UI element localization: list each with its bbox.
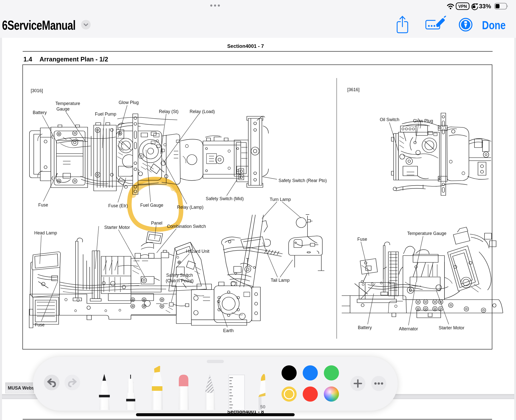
svg-text:Glow Plug: Glow Plug xyxy=(119,100,139,105)
svg-text:Head Lamp: Head Lamp xyxy=(34,230,57,235)
svg-text:Battery: Battery xyxy=(33,110,47,115)
svg-text:Oil Switch: Oil Switch xyxy=(380,117,399,122)
svg-text:Earth: Earth xyxy=(223,328,234,333)
svg-text:Fuse (Etr): Fuse (Etr) xyxy=(108,203,128,208)
svg-text:Fuse: Fuse xyxy=(35,322,45,327)
svg-text:Hazard Unit: Hazard Unit xyxy=(186,249,210,254)
svg-text:Temperature: Temperature xyxy=(55,101,80,106)
svg-text:Turn Lamp: Turn Lamp xyxy=(270,197,291,202)
svg-text:Fuel Pump: Fuel Pump xyxy=(95,112,116,117)
svg-text:Safety Switch (Mid): Safety Switch (Mid) xyxy=(206,196,244,201)
svg-text:Relay (St): Relay (St) xyxy=(159,109,179,114)
svg-text:Alternator: Alternator xyxy=(399,326,418,331)
svg-text:50: 50 xyxy=(260,404,265,409)
svg-text:Safety Switch (Rear Pto): Safety Switch (Rear Pto) xyxy=(279,178,327,183)
svg-text:Gauge: Gauge xyxy=(56,107,70,112)
svg-text:Fuel Gauge: Fuel Gauge xyxy=(140,203,163,208)
svg-text:Fuse: Fuse xyxy=(38,202,48,207)
svg-text:Glow Plug: Glow Plug xyxy=(413,118,433,123)
svg-text:Tail Lamp: Tail Lamp xyxy=(271,278,290,283)
svg-text:Safety Switch: Safety Switch xyxy=(166,273,193,278)
svg-text:Relay (Load): Relay (Load) xyxy=(190,109,215,114)
svg-text:Starter Motor: Starter Motor xyxy=(104,225,130,230)
svg-text:[3016]: [3016] xyxy=(31,88,43,93)
svg-text:Battery: Battery xyxy=(358,325,372,330)
svg-text:Fuse: Fuse xyxy=(357,237,367,242)
svg-text:Temperature Gauge: Temperature Gauge xyxy=(407,231,446,236)
svg-text:Panel: Panel xyxy=(151,221,162,226)
svg-text:[3616]: [3616] xyxy=(347,87,360,92)
svg-text:Starter Motor: Starter Motor xyxy=(439,325,464,330)
